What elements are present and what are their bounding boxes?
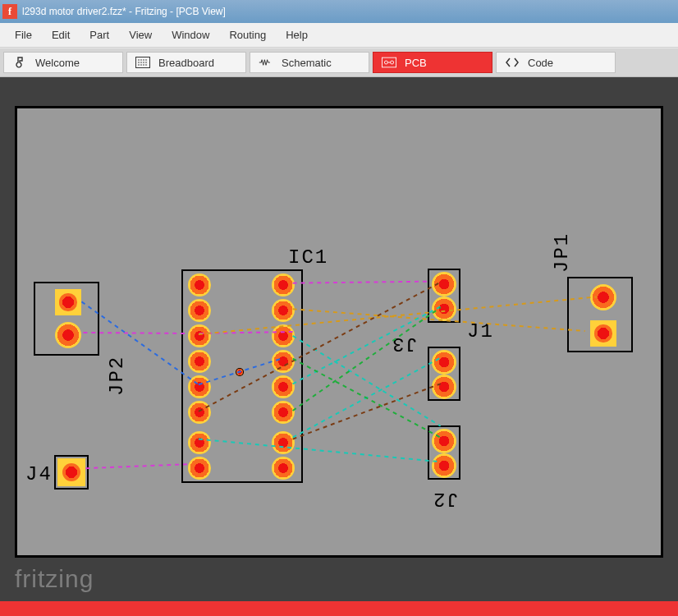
pcb-icon (382, 55, 396, 70)
pad-rt3-2[interactable] (432, 453, 456, 478)
tab-pcb[interactable]: PCB (373, 52, 492, 73)
pad-ic1-l7[interactable] (188, 431, 211, 454)
pad-rt2-2[interactable] (432, 375, 456, 399)
menu-bar: File Edit Part View Window Routing Help (0, 23, 678, 48)
pad-j4-1[interactable] (57, 458, 85, 486)
tab-code[interactable]: Code (496, 52, 616, 73)
svg-point-10 (140, 64, 142, 66)
svg-point-3 (143, 59, 144, 61)
menu-edit[interactable]: Edit (42, 25, 80, 44)
menu-window[interactable]: Window (162, 25, 219, 44)
ic1-via[interactable] (236, 368, 244, 376)
svg-point-4 (145, 59, 147, 61)
svg-line-20 (85, 464, 187, 468)
menu-help[interactable]: Help (276, 25, 318, 44)
status-bar (0, 601, 678, 616)
tab-breadboard[interactable]: Breadboard (126, 52, 246, 73)
pad-ic1-r5[interactable] (272, 375, 295, 398)
pad-ic1-l6[interactable] (188, 401, 211, 424)
menu-part[interactable]: Part (80, 25, 119, 44)
tab-schematic[interactable]: Schematic (250, 52, 369, 73)
label-j2: J2 (432, 488, 459, 510)
pad-ic1-r2[interactable] (272, 299, 295, 322)
pad-rt1-2[interactable] (432, 297, 456, 321)
pcb-canvas[interactable]: JP2 J4 IC1 J (0, 77, 678, 601)
svg-rect-0 (136, 57, 150, 68)
pad-ic1-l2[interactable] (188, 299, 211, 322)
svg-point-1 (138, 59, 140, 61)
pad-rt1-1[interactable] (432, 272, 456, 297)
pad-ic1-r6[interactable] (272, 401, 295, 424)
pad-jp2-1[interactable] (55, 289, 81, 315)
pad-ic1-l1[interactable] (188, 274, 211, 297)
label-j3: J3 (391, 333, 418, 355)
svg-point-15 (391, 61, 394, 64)
tab-breadboard-label: Breadboard (158, 57, 214, 69)
pad-rt2-1[interactable] (432, 350, 456, 375)
pad-ic1-r1[interactable] (272, 274, 295, 297)
pad-ic1-r8[interactable] (272, 457, 295, 480)
pad-rt3-1[interactable] (432, 429, 456, 453)
menu-view[interactable]: View (119, 25, 162, 44)
pad-ic1-r7[interactable] (272, 431, 295, 454)
pad-ic1-l5[interactable] (188, 375, 211, 398)
svg-point-12 (145, 64, 147, 66)
window-titlebar: f l293d motor driver2.fzz* - Fritzing - … (0, 0, 678, 23)
svg-point-9 (138, 64, 140, 66)
svg-line-32 (293, 307, 441, 411)
svg-point-11 (143, 64, 144, 66)
svg-point-2 (140, 59, 142, 61)
fritzing-brand: fritzing (15, 565, 94, 593)
pad-ic1-l8[interactable] (188, 457, 211, 480)
svg-point-8 (145, 62, 147, 63)
tab-pcb-label: PCB (405, 57, 427, 69)
welcome-icon (12, 55, 27, 70)
view-tabs: Welcome Breadboard Schematic PCB Code (0, 48, 678, 77)
pad-jp1-2[interactable] (590, 320, 616, 347)
pad-ic1-l4[interactable] (188, 350, 211, 373)
tab-schematic-label: Schematic (282, 57, 332, 69)
pad-ic1-l3[interactable] (188, 324, 211, 347)
pad-ic1-r4[interactable] (272, 350, 295, 373)
label-j1: J1 (467, 320, 494, 342)
tab-code-label: Code (528, 57, 553, 69)
svg-line-31 (293, 359, 441, 438)
label-j4: J4 (25, 463, 53, 485)
label-jp2: JP2 (106, 356, 128, 396)
svg-point-7 (143, 62, 144, 63)
svg-line-25 (293, 336, 441, 426)
label-ic1: IC1 (288, 246, 328, 269)
svg-point-14 (384, 61, 387, 64)
label-jp1: JP1 (551, 232, 573, 273)
pad-jp1-1[interactable] (590, 284, 616, 310)
svg-point-5 (138, 62, 140, 63)
pcb-board[interactable]: JP2 J4 IC1 J (15, 106, 663, 558)
svg-line-26 (293, 306, 441, 384)
svg-line-30 (293, 384, 441, 439)
tab-welcome-label: Welcome (35, 57, 80, 69)
schematic-icon (259, 55, 273, 70)
breadboard-icon (135, 55, 150, 70)
pad-ic1-r3[interactable] (272, 324, 295, 347)
code-icon (505, 55, 520, 70)
svg-line-17 (293, 282, 428, 283)
pad-jp2-2[interactable] (55, 322, 81, 348)
menu-file[interactable]: File (5, 25, 42, 44)
svg-point-6 (140, 62, 142, 63)
svg-line-28 (293, 358, 441, 438)
tab-welcome[interactable]: Welcome (3, 52, 123, 73)
window-title: l293d motor driver2.fzz* - Fritzing - [P… (22, 6, 226, 17)
ratsnest-layer (17, 108, 661, 555)
app-icon: f (2, 4, 17, 19)
menu-routing[interactable]: Routing (219, 25, 276, 44)
